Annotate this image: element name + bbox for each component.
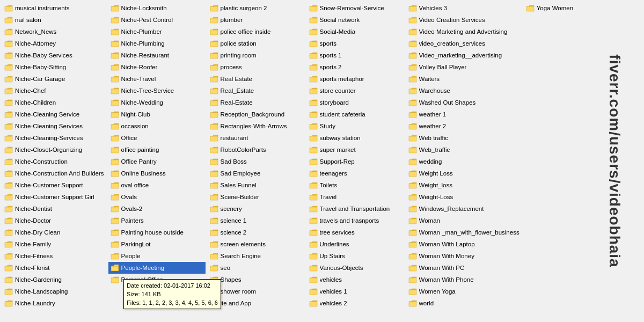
folder-item[interactable]: Toilets (307, 179, 404, 191)
folder-item[interactable]: Shapes (208, 274, 305, 286)
folder-item[interactable]: musical instruments (2, 2, 106, 14)
folder-item[interactable]: teenagers (307, 167, 404, 179)
folder-item[interactable]: Night-Club (108, 108, 206, 120)
folder-item[interactable]: police station (208, 38, 305, 49)
folder-item[interactable]: Washed Out Shapes (406, 97, 522, 108)
folder-item[interactable]: Video Marketing and Advertising (406, 26, 522, 38)
folder-item[interactable]: Niche-Attorney (2, 38, 106, 49)
folder-item[interactable]: Study (307, 120, 404, 132)
folder-item[interactable]: printing room (208, 49, 305, 61)
folder-item[interactable]: Volley Ball Player (406, 61, 522, 73)
folder-item[interactable]: Niche-Fitness (2, 250, 106, 262)
folder-item[interactable]: Niche-Gardening (2, 274, 106, 286)
folder-item[interactable]: Niche-Roofer (108, 61, 206, 73)
folder-item[interactable]: Travel (307, 191, 404, 203)
folder-item[interactable]: Weight-Loss (406, 191, 522, 203)
folder-item[interactable]: ParkingLot (108, 238, 206, 250)
folder-item[interactable]: student cafeteria (307, 108, 404, 120)
folder-item[interactable]: People (108, 250, 206, 262)
folder-item[interactable]: Underlines (307, 238, 404, 250)
folder-item[interactable]: Niche-Restaurant (108, 49, 206, 61)
folder-item[interactable]: Niche-Customer Support Girl (2, 191, 106, 203)
folder-item[interactable]: Niche-Travel (108, 73, 206, 85)
folder-item[interactable]: super market (307, 144, 404, 156)
folder-item[interactable]: Online Business (108, 167, 206, 179)
folder-item[interactable]: Niche-Laundry (2, 297, 106, 309)
folder-item[interactable]: Niche-Chef (2, 85, 106, 97)
folder-item[interactable]: Niche-Customer Support (2, 179, 106, 191)
folder-item[interactable]: Niche-Landscaping (2, 286, 106, 297)
folder-item[interactable]: Woman With Phone (406, 274, 522, 286)
folder-item[interactable]: Snow-Removal-Service (307, 2, 404, 14)
folder-item[interactable]: Yoga Women (524, 2, 621, 14)
folder-item[interactable]: Woman With Money (406, 250, 522, 262)
folder-item[interactable]: Real-Estate (208, 97, 305, 108)
folder-item[interactable]: Office (108, 132, 206, 144)
folder-item[interactable]: Office Pantry (108, 156, 206, 167)
folder-item[interactable]: Painting house outside (108, 226, 206, 238)
folder-item[interactable]: Support-Rep (307, 156, 404, 167)
folder-item[interactable]: Niche-Locksmith (108, 2, 206, 14)
folder-item[interactable]: Niche-Tree-Service (108, 85, 206, 97)
folder-item[interactable]: Niche-Pest Control (108, 14, 206, 26)
folder-item[interactable]: tree services (307, 226, 404, 238)
folder-item[interactable]: Woman With PC (406, 262, 522, 274)
folder-item[interactable]: Rectangles-With-Arrows (208, 120, 305, 132)
folder-item[interactable]: Woman With Laptop (406, 238, 522, 250)
folder-item[interactable]: Niche-Baby-Sitting (2, 61, 106, 73)
folder-item[interactable]: Video_marketing__advertising (406, 49, 522, 61)
folder-item[interactable]: oval office (108, 179, 206, 191)
folder-item[interactable]: People-Meeting (108, 262, 206, 274)
folder-item[interactable]: Niche-Children (2, 97, 106, 108)
folder-item[interactable]: vehicles (307, 274, 404, 286)
folder-item[interactable]: Ovals-2 (108, 203, 206, 215)
folder-item[interactable]: shower room (208, 286, 305, 297)
folder-item[interactable]: sports (307, 38, 404, 49)
folder-item[interactable]: Niche-Car Garage (2, 73, 106, 85)
folder-item[interactable]: Niche-Doctor (2, 215, 106, 226)
folder-item[interactable]: world (406, 297, 522, 309)
folder-item[interactable]: Social network (307, 14, 404, 26)
folder-item[interactable]: Niche-Cleaning Services (2, 120, 106, 132)
folder-item[interactable]: vehicles 1 (307, 286, 404, 297)
folder-item[interactable]: Sad Employee (208, 167, 305, 179)
folder-item[interactable]: Social-Media (307, 26, 404, 38)
folder-item[interactable]: ite and App (208, 297, 305, 309)
folder-item[interactable]: screen elements (208, 238, 305, 250)
folder-item[interactable]: Niche-Dry Clean (2, 226, 106, 238)
folder-item[interactable]: Sales Funnel (208, 179, 305, 191)
folder-item[interactable]: Niche-Florist (2, 262, 106, 274)
folder-item[interactable]: science 2 (208, 226, 305, 238)
folder-item[interactable]: Niche-Baby Services (2, 49, 106, 61)
folder-item[interactable]: plastic surgeon 2 (208, 2, 305, 14)
folder-item[interactable]: Niche-Cleaning-Services (2, 132, 106, 144)
folder-item[interactable]: sports metaphor (307, 73, 404, 85)
folder-item[interactable]: nail salon (2, 14, 106, 26)
folder-item[interactable]: Woman (406, 215, 522, 226)
folder-item[interactable]: Video Creation Services (406, 14, 522, 26)
folder-item[interactable]: Weight Loss (406, 167, 522, 179)
folder-item[interactable]: Niche-Construction (2, 156, 106, 167)
folder-item[interactable]: Web_traffic (406, 144, 522, 156)
folder-item[interactable]: office painting (108, 144, 206, 156)
folder-item[interactable]: video_creation_services (406, 38, 522, 49)
folder-item[interactable]: travels and trasnports (307, 215, 404, 226)
folder-item[interactable]: Women Yoga (406, 286, 522, 297)
folder-item[interactable]: restaurant (208, 132, 305, 144)
folder-item[interactable]: weather 1 (406, 108, 522, 120)
folder-item[interactable]: Various-Objects (307, 262, 404, 274)
folder-item[interactable]: process (208, 61, 305, 73)
folder-item[interactable]: Sad Boss (208, 156, 305, 167)
folder-item[interactable]: Real_Estate (208, 85, 305, 97)
folder-item[interactable]: Weight_loss (406, 179, 522, 191)
folder-item[interactable]: sports 1 (307, 49, 404, 61)
folder-item[interactable]: subway station (307, 132, 404, 144)
folder-item[interactable]: Niche-Plumbing (108, 38, 206, 49)
folder-item[interactable]: Niche-Plumber (108, 26, 206, 38)
folder-item[interactable]: Niche-Family (2, 238, 106, 250)
folder-item[interactable]: wedding (406, 156, 522, 167)
folder-item[interactable]: occassion (108, 120, 206, 132)
folder-item[interactable]: Woman _man_with_flower_business (406, 226, 522, 238)
folder-item[interactable]: Reception_Background (208, 108, 305, 120)
folder-item[interactable]: Painters (108, 215, 206, 226)
